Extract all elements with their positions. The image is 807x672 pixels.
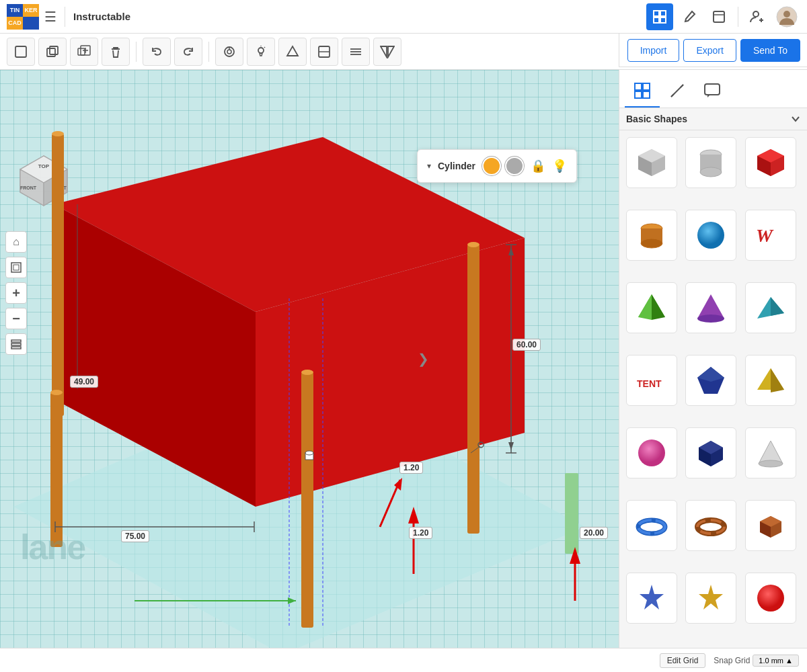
- new-shape-button[interactable]: [7, 38, 35, 66]
- bulb-icon[interactable]: 💡: [552, 159, 567, 173]
- export-button[interactable]: Export: [683, 39, 736, 62]
- right-panel: Basic Shapes W: [619, 70, 807, 648]
- align-button[interactable]: [342, 38, 370, 66]
- menu-icon[interactable]: ☰: [44, 9, 56, 25]
- snap-value-button[interactable]: 1.0 mm ▲: [753, 655, 799, 667]
- svg-marker-21: [287, 46, 298, 56]
- nav-avatar-button[interactable]: [773, 3, 800, 30]
- shape-cone-purple[interactable]: [685, 282, 736, 333]
- svg-marker-106: [771, 297, 784, 316]
- send-to-button[interactable]: Send To: [740, 39, 800, 62]
- shape-torus-blue[interactable]: [626, 500, 677, 551]
- shape-pyramid-yellow[interactable]: [745, 355, 796, 406]
- svg-point-18: [258, 48, 264, 53]
- color-gray-button[interactable]: [505, 157, 524, 175]
- measure-60[interactable]: 60.00: [512, 339, 541, 351]
- snap-grid-info: Snap Grid 1.0 mm ▲: [714, 655, 799, 667]
- mirror-button[interactable]: [373, 38, 401, 66]
- edit-grid-button[interactable]: Edit Grid: [660, 653, 706, 668]
- shape-cylinder-gray[interactable]: [685, 137, 736, 188]
- zoom-in-button[interactable]: +: [5, 282, 27, 304]
- shape-sphere-blue[interactable]: [685, 210, 736, 261]
- copy-button[interactable]: [38, 38, 67, 66]
- canvas-area[interactable]: ⌂ + − TOP FRONT RIGHT: [0, 70, 619, 648]
- svg-point-7: [783, 11, 790, 17]
- measure-49[interactable]: 49.00: [70, 376, 98, 388]
- svg-point-118: [759, 460, 783, 467]
- shape-sphere-pink[interactable]: [626, 427, 677, 478]
- zoom-out-button[interactable]: −: [5, 308, 27, 329]
- svg-line-81: [671, 94, 674, 97]
- svg-rect-8: [15, 46, 26, 57]
- shape-pyramid-green[interactable]: [626, 282, 677, 333]
- svg-rect-10: [50, 46, 58, 54]
- svg-point-97: [641, 239, 662, 248]
- svg-marker-27: [381, 46, 387, 57]
- svg-text:TENT: TENT: [637, 378, 662, 389]
- svg-rect-83: [705, 84, 720, 95]
- shape-cone-white[interactable]: [745, 427, 796, 478]
- lock-icon[interactable]: 🔒: [531, 159, 545, 173]
- svg-text:FRONT: FRONT: [20, 185, 37, 190]
- toolbar-divider1: [136, 42, 137, 62]
- light-button[interactable]: [247, 38, 275, 66]
- rp-ruler-button[interactable]: [660, 75, 695, 108]
- duplicate-button[interactable]: [70, 38, 98, 66]
- toolbar-divider2: [208, 42, 209, 62]
- measure-1-20a[interactable]: 1.20: [399, 462, 423, 474]
- shape-cylinder-orange[interactable]: [626, 210, 677, 261]
- divider: [65, 7, 65, 27]
- shape-text[interactable]: W: [745, 210, 796, 261]
- nav-grid-button[interactable]: [646, 3, 673, 30]
- logo-blank: [23, 17, 39, 30]
- measure-20[interactable]: 20.00: [580, 527, 608, 539]
- shape-wedge-teal[interactable]: [745, 282, 796, 333]
- svg-marker-102: [638, 294, 652, 320]
- svg-point-112: [638, 439, 665, 466]
- shape-star-yellow[interactable]: [685, 573, 736, 624]
- shape-box-red[interactable]: [745, 137, 796, 188]
- nav-icons: [646, 3, 800, 30]
- cylinder-popup: ▾ Cylinder 🔒 💡: [417, 149, 577, 183]
- redo-button[interactable]: [174, 38, 202, 66]
- home-button[interactable]: ⌂: [5, 231, 27, 253]
- svg-rect-31: [11, 340, 21, 342]
- snap-value: 1.0 mm: [759, 657, 783, 665]
- nav-build-button[interactable]: [676, 3, 703, 30]
- nav-file-button[interactable]: [705, 3, 732, 30]
- layers-button[interactable]: [5, 333, 27, 355]
- svg-marker-126: [640, 585, 664, 610]
- shape-tent-text[interactable]: TENT: [626, 355, 677, 406]
- measure-75[interactable]: 75.00: [121, 530, 149, 542]
- viewport-button[interactable]: [215, 38, 243, 66]
- shape-sphere-red2[interactable]: [745, 573, 796, 624]
- viewport-cube[interactable]: TOP FRONT RIGHT: [13, 151, 67, 204]
- measure-1-20b[interactable]: 1.20: [409, 527, 432, 539]
- import-button[interactable]: Import: [627, 39, 680, 62]
- shape-cube-dark-blue[interactable]: [685, 427, 736, 478]
- svg-rect-33: [11, 347, 21, 349]
- shapes-grid: W TENT: [619, 130, 807, 648]
- shape-button[interactable]: [278, 38, 307, 66]
- logo[interactable]: TIN KER CAD: [7, 4, 39, 30]
- delete-button[interactable]: [102, 38, 130, 66]
- logo-ker: KER: [23, 4, 39, 17]
- shape-torus-brown[interactable]: [685, 500, 736, 551]
- cylinder-dropdown-arrow[interactable]: ▾: [427, 161, 431, 171]
- undo-button[interactable]: [143, 38, 171, 66]
- rp-grid-button[interactable]: [625, 75, 660, 108]
- nav-divider: [738, 7, 738, 27]
- shape-star-blue[interactable]: [626, 573, 677, 624]
- svg-rect-78: [643, 83, 650, 90]
- shape-box-gray[interactable]: [626, 137, 677, 188]
- shapes-dropdown-icon[interactable]: [791, 114, 800, 124]
- nav-add-user-button[interactable]: [744, 3, 771, 30]
- svg-rect-11: [78, 48, 85, 55]
- cut-button[interactable]: [310, 38, 338, 66]
- color-orange-button[interactable]: [482, 157, 501, 175]
- collapse-arrow[interactable]: ❯: [418, 351, 429, 367]
- shape-gem-blue[interactable]: [685, 355, 736, 406]
- fit-button[interactable]: [5, 257, 27, 278]
- shape-box-brown[interactable]: [745, 500, 796, 551]
- rp-comment-button[interactable]: [695, 75, 730, 108]
